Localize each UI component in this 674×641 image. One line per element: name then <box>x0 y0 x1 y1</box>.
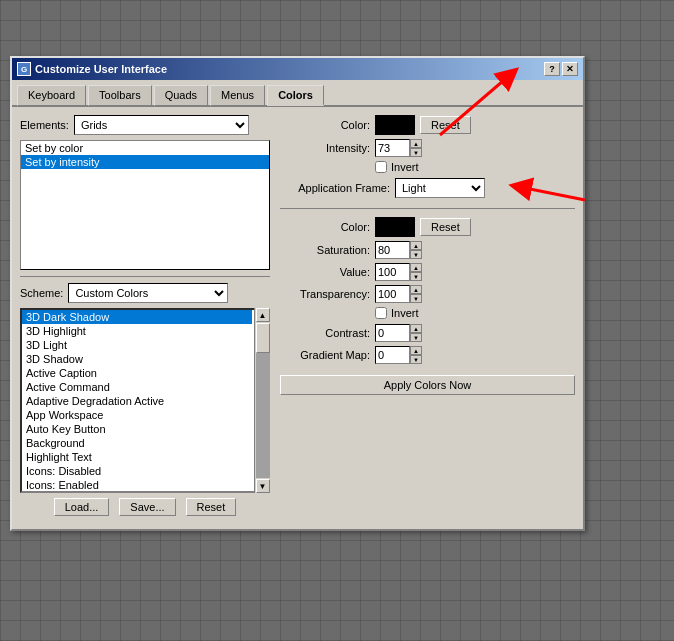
value-input[interactable]: 100 <box>375 263 410 281</box>
tab-toolbars[interactable]: Toolbars <box>88 85 152 106</box>
gradient-map-spin-buttons: ▲ ▼ <box>410 346 422 364</box>
main-content: Elements: Grids Set by color Set by inte… <box>12 107 583 529</box>
gradient-map-up-btn[interactable]: ▲ <box>410 346 422 355</box>
bottom-list-inner: 3D Dark Shadow 3D Highlight 3D Light 3D … <box>22 310 252 493</box>
contrast-row: Contrast: 0 ▲ ▼ <box>280 324 575 342</box>
app-frame-label: Application Frame: <box>280 182 390 194</box>
saturation-spinner[interactable]: 80 ▲ ▼ <box>375 241 422 259</box>
scheme-dropdown[interactable]: Custom Colors <box>68 283 228 303</box>
transparency-up-btn[interactable]: ▲ <box>410 285 422 294</box>
list-item-highlight-text[interactable]: Highlight Text <box>22 450 252 464</box>
list-item-active-command[interactable]: Active Command <box>22 380 252 394</box>
bottom-color-swatch[interactable] <box>375 217 415 237</box>
scrollbar[interactable]: ▲ ▼ <box>254 308 270 493</box>
top-listbox[interactable]: Set by color Set by intensity <box>20 140 270 270</box>
top-right-section: Color: Reset Intensity: 73 ▲ ▼ <box>280 115 575 198</box>
tab-colors[interactable]: Colors <box>267 85 324 106</box>
intensity-input[interactable]: 73 <box>375 139 410 157</box>
bottom-invert-row: Invert <box>280 307 575 319</box>
transparency-spinner[interactable]: 100 ▲ ▼ <box>375 285 422 303</box>
saturation-up-btn[interactable]: ▲ <box>410 241 422 250</box>
value-label: Value: <box>280 266 370 278</box>
bottom-buttons: Load... Save... Reset <box>20 498 270 521</box>
saturation-row: Saturation: 80 ▲ ▼ <box>280 241 575 259</box>
right-divider <box>280 208 575 209</box>
list-item-3d-dark-shadow[interactable]: 3D Dark Shadow <box>22 310 252 324</box>
gradient-map-label: Gradient Map: <box>280 349 370 361</box>
reset-all-button[interactable]: Reset <box>186 498 237 516</box>
elements-dropdown[interactable]: Grids <box>74 115 249 135</box>
list-item-3d-light[interactable]: 3D Light <box>22 338 252 352</box>
save-button[interactable]: Save... <box>119 498 175 516</box>
saturation-input[interactable]: 80 <box>375 241 410 259</box>
saturation-label: Saturation: <box>280 244 370 256</box>
scroll-up-btn[interactable]: ▲ <box>256 308 270 322</box>
gradient-map-input[interactable]: 0 <box>375 346 410 364</box>
value-spinner[interactable]: 100 ▲ ▼ <box>375 263 422 281</box>
title-bar: G Customize User Interface ? ✕ <box>12 58 583 80</box>
top-divider <box>20 276 270 277</box>
list-item-set-by-intensity[interactable]: Set by intensity <box>21 155 269 169</box>
top-invert-checkbox[interactable] <box>375 161 387 173</box>
list-item-auto-key-button[interactable]: Auto Key Button <box>22 422 252 436</box>
contrast-up-btn[interactable]: ▲ <box>410 324 422 333</box>
list-item-icons-disabled[interactable]: Icons: Disabled <box>22 464 252 478</box>
transparency-spin-buttons: ▲ ▼ <box>410 285 422 303</box>
contrast-input[interactable]: 0 <box>375 324 410 342</box>
transparency-down-btn[interactable]: ▼ <box>410 294 422 303</box>
intensity-down-btn[interactable]: ▼ <box>410 148 422 157</box>
bottom-invert-checkbox[interactable] <box>375 307 387 319</box>
tab-quads[interactable]: Quads <box>154 85 208 106</box>
bottom-listbox[interactable]: 3D Dark Shadow 3D Highlight 3D Light 3D … <box>20 308 270 493</box>
saturation-spin-buttons: ▲ ▼ <box>410 241 422 259</box>
intensity-up-btn[interactable]: ▲ <box>410 139 422 148</box>
list-item-3d-shadow[interactable]: 3D Shadow <box>22 352 252 366</box>
list-item-icons-enabled[interactable]: Icons: Enabled <box>22 478 252 492</box>
help-button[interactable]: ? <box>544 62 560 76</box>
list-item-background[interactable]: Background <box>22 436 252 450</box>
list-item-3d-highlight[interactable]: 3D Highlight <box>22 324 252 338</box>
close-button[interactable]: ✕ <box>562 62 578 76</box>
value-up-btn[interactable]: ▲ <box>410 263 422 272</box>
bottom-reset-button[interactable]: Reset <box>420 218 471 236</box>
apply-btn-container: Apply Colors Now <box>280 370 575 395</box>
top-invert-label: Invert <box>391 161 419 173</box>
top-invert-row: Invert <box>280 161 575 173</box>
transparency-row: Transparency: 100 ▲ ▼ <box>280 285 575 303</box>
intensity-spinner[interactable]: 73 ▲ ▼ <box>375 139 422 157</box>
transparency-input[interactable]: 100 <box>375 285 410 303</box>
app-frame-dropdown[interactable]: Light <box>395 178 485 198</box>
top-reset-button[interactable]: Reset <box>420 116 471 134</box>
top-color-row: Color: Reset <box>280 115 575 135</box>
scroll-track[interactable] <box>256 323 270 478</box>
load-button[interactable]: Load... <box>54 498 110 516</box>
contrast-spin-buttons: ▲ ▼ <box>410 324 422 342</box>
list-item-item-highlight[interactable]: Item Highlight <box>22 492 252 493</box>
tab-menus[interactable]: Menus <box>210 85 265 106</box>
list-item-active-caption[interactable]: Active Caption <box>22 366 252 380</box>
contrast-spinner[interactable]: 0 ▲ ▼ <box>375 324 422 342</box>
elements-row: Elements: Grids <box>20 115 270 135</box>
value-row: Value: 100 ▲ ▼ <box>280 263 575 281</box>
bottom-color-row: Color: Reset <box>280 217 575 237</box>
scheme-label: Scheme: <box>20 287 63 299</box>
contrast-down-btn[interactable]: ▼ <box>410 333 422 342</box>
apply-colors-button[interactable]: Apply Colors Now <box>280 375 575 395</box>
gradient-map-spinner[interactable]: 0 ▲ ▼ <box>375 346 422 364</box>
list-item-set-by-color[interactable]: Set by color <box>21 141 269 155</box>
saturation-down-btn[interactable]: ▼ <box>410 250 422 259</box>
tab-bar: Keyboard Toolbars Quads Menus Colors <box>12 80 583 107</box>
app-icon: G <box>17 62 31 76</box>
gradient-map-down-btn[interactable]: ▼ <box>410 355 422 364</box>
scroll-down-btn[interactable]: ▼ <box>256 479 270 493</box>
scroll-thumb[interactable] <box>256 323 270 353</box>
left-panel: Elements: Grids Set by color Set by inte… <box>20 115 270 521</box>
dialog-title: Customize User Interface <box>35 63 167 75</box>
tab-keyboard[interactable]: Keyboard <box>17 85 86 106</box>
list-item-adaptive-deg[interactable]: Adaptive Degradation Active <box>22 394 252 408</box>
value-down-btn[interactable]: ▼ <box>410 272 422 281</box>
list-item-app-workspace[interactable]: App Workspace <box>22 408 252 422</box>
intensity-spin-buttons: ▲ ▼ <box>410 139 422 157</box>
top-color-swatch[interactable] <box>375 115 415 135</box>
elements-label: Elements: <box>20 119 69 131</box>
